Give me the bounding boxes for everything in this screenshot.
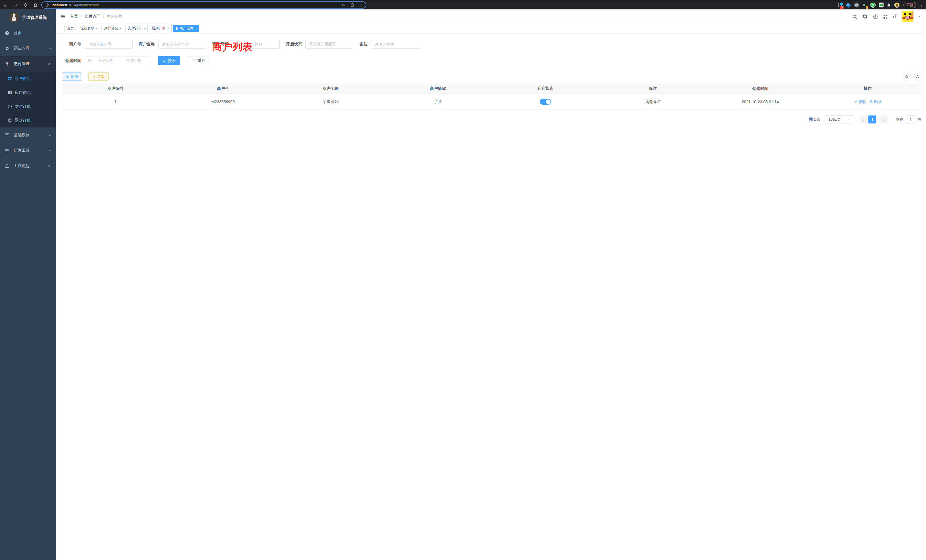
tags-view-bar: 首页 流程表单× 用户分组× 支付订单× 退款订单× 商户信息× — [56, 24, 463, 33]
cell-merchant-id: 1 — [62, 100, 169, 104]
merchant-no-input[interactable] — [85, 39, 133, 49]
browser-nav-buttons — [3, 3, 38, 8]
browser-forward-button[interactable] — [14, 3, 18, 8]
tab-home[interactable]: 首页 — [64, 25, 76, 32]
chevron-down-icon — [48, 134, 51, 136]
sidebar-subitem-pay-order[interactable]: ¥ 支付订单 — [0, 100, 56, 114]
export-button[interactable]: 导出 — [88, 73, 109, 81]
calendar-icon — [88, 59, 92, 63]
sidebar-item-infrastructure[interactable]: 基础设施 — [0, 127, 56, 143]
status-select[interactable]: 请选择开启状态 — [305, 39, 353, 49]
plus-icon — [66, 75, 69, 79]
main-area: 首页 / 支付管理 / 商户信息 TT ▼ — [56, 9, 463, 280]
monitor-chart-icon — [5, 133, 10, 138]
url-host: localhost — [51, 3, 67, 7]
briefcase-icon — [5, 163, 10, 168]
browser-back-button[interactable] — [3, 3, 8, 8]
tab-refund-order[interactable]: 退款订单× — [149, 25, 171, 32]
bookmark-star-icon[interactable]: ☆ — [359, 3, 362, 7]
end-date-placeholder[interactable]: 结束日期 — [122, 58, 146, 63]
cell-short-name: 芋艿 — [384, 99, 463, 104]
sidebar-item-label: 支付管理 — [14, 61, 30, 67]
sidebar-item-dev-tools[interactable]: 研发工具 — [0, 143, 56, 158]
search-button[interactable]: 搜索 — [158, 56, 180, 65]
sidebar-item-label: 首页 — [14, 30, 22, 36]
create-time-range-picker[interactable]: 开始日期 - 结束日期 — [85, 56, 149, 65]
sidebar-item-label: 研发工具 — [14, 148, 30, 153]
close-icon[interactable]: × — [96, 27, 97, 30]
reset-button[interactable]: 重置 — [188, 56, 210, 65]
sidebar: 芋道管理系统 首页 系统管理 ¥ 支付管理 商户信息 — [0, 9, 56, 280]
sidebar-item-label: 基础设施 — [14, 133, 30, 138]
breadcrumb-separator: / — [81, 14, 82, 19]
filter-row-2: 创建时间 开始日期 - 结束日期 搜索 — [62, 56, 463, 65]
search-icon — [162, 59, 166, 63]
col-merchant-no: 商户号 — [169, 86, 277, 91]
active-tab-dot — [176, 27, 178, 30]
range-separator: - — [118, 59, 122, 63]
close-icon[interactable]: × — [167, 27, 169, 30]
refresh-icon — [192, 59, 196, 63]
url-path: :1024/pay/merchant — [67, 3, 99, 7]
sidebar-logo[interactable]: 芋道管理系统 — [0, 9, 56, 26]
yen-circle-icon: ¥ — [8, 104, 12, 109]
sidebar-item-home[interactable]: 首页 — [0, 26, 56, 41]
chevron-down-icon — [48, 165, 51, 167]
short-name-input[interactable] — [232, 39, 280, 49]
hamburger-icon[interactable] — [56, 9, 70, 24]
col-short-name: 商户简称 — [384, 86, 463, 91]
add-button[interactable]: 新增 — [62, 73, 82, 81]
start-date-placeholder[interactable]: 开始日期 — [94, 58, 118, 63]
breadcrumb-payment[interactable]: 支付管理 — [85, 14, 100, 19]
browser-home-button[interactable] — [33, 3, 38, 8]
svg-text:¥: ¥ — [9, 105, 11, 108]
share-icon[interactable] — [350, 3, 354, 7]
breadcrumb: 首页 / 支付管理 / 商户信息 — [70, 14, 123, 19]
tab-flow-form[interactable]: 流程表单× — [78, 25, 100, 32]
close-icon[interactable]: × — [195, 27, 197, 30]
tab-pay-order[interactable]: 支付订单× — [126, 25, 148, 32]
full-name-label: 商户全称 — [139, 42, 158, 47]
browser-toolbar: localhost:1024/pay/merchant ☆ 10 ⌘ 1 y 更… — [0, 0, 463, 9]
breadcrumb-home[interactable]: 首页 — [70, 14, 78, 19]
filter-row-1: 商户号 商户全称 商户简称 开启状态 请选择开启状态 — [62, 39, 463, 49]
logo-avatar — [9, 13, 18, 22]
download-icon — [92, 75, 96, 79]
sidebar-item-system-mgmt[interactable]: 系统管理 — [0, 41, 56, 56]
store-icon — [8, 76, 12, 81]
password-key-icon[interactable] — [341, 3, 346, 8]
sidebar-subitem-app-info[interactable]: 应用信息 — [0, 86, 56, 100]
close-icon[interactable]: × — [120, 27, 121, 30]
sidebar-item-payment-mgmt[interactable]: ¥ 支付管理 — [0, 56, 56, 71]
sidebar-item-workflow[interactable]: 工作流程 — [0, 158, 56, 174]
address-bar[interactable]: localhost:1024/pay/merchant ☆ — [41, 2, 366, 9]
chevron-down-icon — [48, 150, 51, 152]
remark-input[interactable] — [371, 39, 420, 49]
page-content: 商户列表 商户号 商户全称 商户简称 开启状态 请选择开启状态 — [56, 39, 463, 123]
table-row: 1 M233666999 芋道源码 芋艿 我是备注 2021-10-23 08:… — [62, 94, 463, 110]
table-header: 商户编号 商户号 商户全称 商户简称 开启状态 备注 创建时间 操作 — [62, 83, 463, 94]
close-icon[interactable]: × — [144, 27, 145, 30]
remark-label: 备注 — [360, 42, 371, 47]
browser-reload-button[interactable] — [23, 3, 28, 7]
merchant-no-label: 商户号 — [62, 42, 85, 47]
tab-user-group[interactable]: 用户分组× — [101, 25, 124, 32]
col-merchant-id: 商户编号 — [62, 86, 169, 91]
breadcrumb-separator: / — [103, 14, 104, 19]
sidebar-subitem-refund-order[interactable]: 退款订单 — [0, 114, 56, 127]
sidebar-subitem-merchant-info[interactable]: 商户信息 — [0, 71, 56, 86]
dashboard-icon — [5, 30, 10, 36]
toolbox-icon — [5, 148, 10, 153]
site-info-icon[interactable] — [45, 3, 49, 7]
chevron-down-icon — [347, 43, 350, 45]
tab-merchant-info[interactable]: 商户信息× — [173, 25, 199, 32]
status-label: 开启状态 — [286, 42, 305, 47]
grid-icon — [8, 90, 12, 95]
create-time-label: 创建时间 — [62, 58, 85, 63]
short-name-label: 商户简称 — [212, 42, 232, 47]
sidebar-subitem-label: 应用信息 — [15, 90, 31, 95]
full-name-input[interactable] — [158, 39, 206, 49]
chevron-down-icon — [48, 48, 51, 50]
cell-full-name: 芋道源码 — [277, 99, 384, 104]
merchant-table: 商户编号 商户号 商户全称 商户简称 开启状态 备注 创建时间 操作 1 M23… — [62, 83, 463, 110]
